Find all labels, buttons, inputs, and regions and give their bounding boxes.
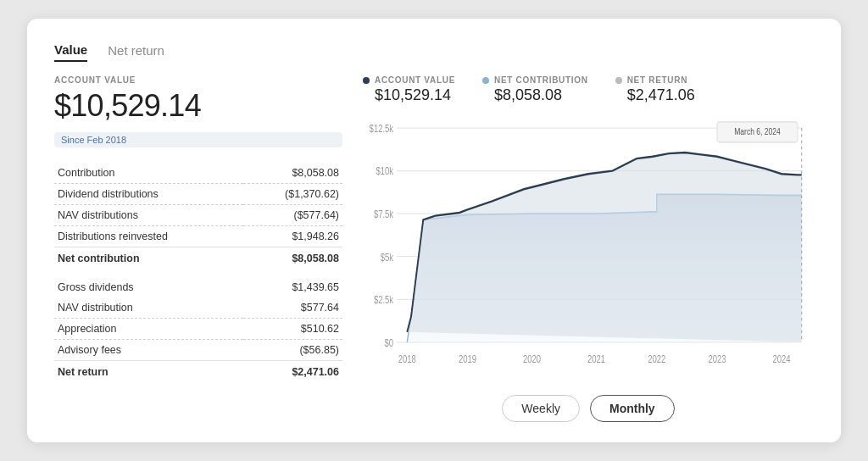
svg-text:2024: 2024 bbox=[772, 353, 790, 364]
chart-area: $12.5k $10k $7.5k $5k $2.5k $0 2018 2019… bbox=[363, 118, 814, 383]
svg-text:2023: 2023 bbox=[708, 353, 726, 364]
row-label: Gross dividends bbox=[54, 269, 243, 297]
svg-text:2021: 2021 bbox=[587, 353, 605, 364]
row-label: Appreciation bbox=[54, 319, 243, 340]
tabs-container: Value Net return bbox=[54, 42, 814, 62]
row-value: ($56.85) bbox=[243, 340, 342, 361]
since-badge: Since Feb 2018 bbox=[54, 132, 342, 147]
account-value-dot bbox=[363, 77, 370, 84]
svg-text:$7.5k: $7.5k bbox=[374, 208, 394, 219]
net-return-row: Net return $2,471.06 bbox=[54, 361, 342, 384]
table-row: Appreciation $510.62 bbox=[54, 319, 342, 340]
table-row: NAV distribution $577.64 bbox=[54, 297, 342, 319]
data-table: Contribution $8,058.08 Dividend distribu… bbox=[54, 163, 342, 383]
row-label: Distributions reinvested bbox=[54, 226, 243, 247]
main-content: ACCOUNT VALUE $10,529.14 Since Feb 2018 … bbox=[54, 75, 814, 422]
table-row: Gross dividends $1,439.65 bbox=[54, 269, 342, 297]
net-return-label: Net return bbox=[54, 361, 243, 384]
legend-net-return: NET RETURN $2,471.06 bbox=[615, 75, 695, 104]
net-contribution-label: Net contribution bbox=[54, 247, 243, 270]
table-row: Dividend distributions ($1,370.62) bbox=[54, 184, 342, 205]
row-label: Advisory fees bbox=[54, 340, 243, 361]
row-value: ($577.64) bbox=[243, 205, 342, 226]
chart-legend: ACCOUNT VALUE $10,529.14 NET CONTRIBUTIO… bbox=[363, 75, 814, 104]
line-chart: $12.5k $10k $7.5k $5k $2.5k $0 2018 2019… bbox=[363, 118, 814, 383]
legend-value-net-return: $2,471.06 bbox=[627, 86, 695, 104]
svg-text:2018: 2018 bbox=[398, 353, 416, 364]
table-row: Contribution $8,058.08 bbox=[54, 163, 342, 184]
table-row: Advisory fees ($56.85) bbox=[54, 340, 342, 361]
tab-net-return[interactable]: Net return bbox=[108, 42, 164, 62]
account-value-amount: $10,529.14 bbox=[54, 88, 342, 124]
svg-text:$5k: $5k bbox=[381, 251, 394, 262]
svg-text:2019: 2019 bbox=[459, 353, 476, 364]
svg-text:2022: 2022 bbox=[648, 353, 665, 364]
net-return-dot bbox=[615, 77, 622, 84]
legend-title-net-contribution: NET CONTRIBUTION bbox=[482, 75, 588, 85]
svg-marker-20 bbox=[407, 153, 802, 342]
left-panel: ACCOUNT VALUE $10,529.14 Since Feb 2018 … bbox=[54, 75, 342, 422]
table-row: NAV distributions ($577.64) bbox=[54, 205, 342, 226]
net-contribution-value: $8,058.08 bbox=[243, 247, 342, 270]
account-value-label: ACCOUNT VALUE bbox=[54, 75, 342, 85]
legend-title-account-value: ACCOUNT VALUE bbox=[363, 75, 455, 85]
right-panel: ACCOUNT VALUE $10,529.14 NET CONTRIBUTIO… bbox=[363, 75, 814, 422]
svg-text:2020: 2020 bbox=[523, 353, 541, 364]
svg-text:$2.5k: $2.5k bbox=[374, 294, 394, 305]
time-buttons: Weekly Monthly bbox=[363, 395, 814, 422]
monthly-button[interactable]: Monthly bbox=[590, 395, 675, 422]
row-value: $510.62 bbox=[243, 319, 342, 340]
legend-account-value: ACCOUNT VALUE $10,529.14 bbox=[363, 75, 455, 104]
svg-text:$0: $0 bbox=[385, 337, 394, 348]
row-label: Contribution bbox=[54, 163, 243, 184]
row-value: $1,439.65 bbox=[243, 269, 342, 297]
legend-title-net-return: NET RETURN bbox=[615, 75, 695, 85]
row-label: NAV distributions bbox=[54, 205, 243, 226]
row-label: Dividend distributions bbox=[54, 184, 243, 205]
row-value: $1,948.26 bbox=[243, 226, 342, 247]
net-return-value: $2,471.06 bbox=[243, 361, 342, 384]
row-value: ($1,370.62) bbox=[243, 184, 342, 205]
tab-value[interactable]: Value bbox=[54, 42, 87, 62]
weekly-button[interactable]: Weekly bbox=[502, 395, 580, 422]
legend-value-net-contribution: $8,058.08 bbox=[494, 86, 588, 104]
svg-text:$10k: $10k bbox=[376, 165, 394, 176]
row-value: $8,058.08 bbox=[243, 163, 342, 184]
net-contribution-dot bbox=[482, 77, 489, 84]
legend-value-account-value: $10,529.14 bbox=[375, 86, 455, 104]
row-value: $577.64 bbox=[243, 297, 342, 319]
net-contribution-row: Net contribution $8,058.08 bbox=[54, 247, 342, 270]
svg-text:March 6, 2024: March 6, 2024 bbox=[734, 126, 781, 136]
main-card: Value Net return ACCOUNT VALUE $10,529.1… bbox=[27, 19, 841, 442]
row-label: NAV distribution bbox=[54, 297, 243, 319]
table-row: Distributions reinvested $1,948.26 bbox=[54, 226, 342, 247]
svg-text:$12.5k: $12.5k bbox=[370, 123, 394, 134]
legend-net-contribution: NET CONTRIBUTION $8,058.08 bbox=[482, 75, 588, 104]
